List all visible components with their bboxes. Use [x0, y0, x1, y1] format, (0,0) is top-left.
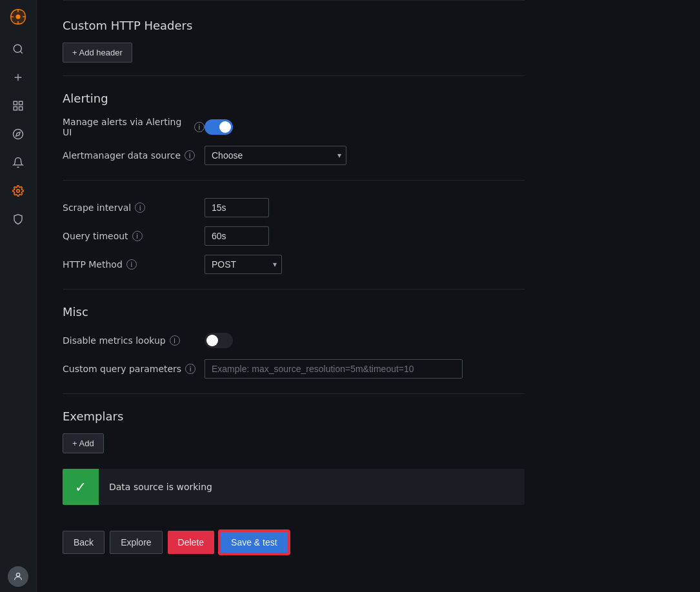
disable-metrics-info-icon[interactable]: i: [170, 335, 180, 346]
sidebar-item-search[interactable]: [5, 36, 31, 62]
svg-line-7: [20, 51, 22, 53]
disable-metrics-toggle[interactable]: [205, 333, 233, 348]
svg-point-14: [14, 130, 23, 139]
http-method-label: HTTP Method i: [63, 259, 205, 270]
status-banner: ✓ Data source is working: [63, 469, 525, 505]
svg-rect-11: [19, 101, 23, 104]
sidebar-item-settings[interactable]: [5, 178, 31, 204]
alertmanager-select-wrapper: Choose: [205, 146, 346, 165]
query-timeout-row: Query timeout i: [63, 224, 525, 248]
back-button[interactable]: Back: [63, 531, 105, 554]
sidebar-item-alerting[interactable]: [5, 150, 31, 175]
scrape-interval-input[interactable]: [205, 198, 269, 217]
disable-metrics-label: Disable metrics lookup i: [63, 335, 205, 346]
svg-point-16: [17, 190, 20, 193]
custom-http-headers-section: Custom HTTP Headers + Add header: [63, 0, 525, 63]
divider-4: [63, 393, 525, 394]
svg-point-17: [16, 573, 19, 577]
http-method-info-icon[interactable]: i: [126, 259, 137, 270]
http-method-select[interactable]: GET POST: [205, 255, 282, 274]
custom-query-info-icon[interactable]: i: [185, 364, 195, 374]
exemplars-title: Exemplars: [63, 409, 525, 423]
sidebar-item-shield[interactable]: [5, 206, 31, 232]
manage-alerts-row: Manage alerts via Alerting UI i: [63, 115, 525, 139]
bottom-actions: Back Explore Delete Save & test: [63, 526, 525, 554]
custom-query-label: Custom query parameters i: [63, 364, 205, 374]
svg-rect-10: [14, 101, 17, 104]
main-content: Custom HTTP Headers + Add header Alertin…: [37, 0, 700, 592]
checkmark-icon: ✓: [75, 479, 86, 495]
grafana-logo: [6, 5, 30, 28]
query-timeout-input-area: [205, 226, 525, 246]
query-timeout-input[interactable]: [205, 226, 269, 246]
http-method-select-wrapper: GET POST: [205, 255, 282, 274]
svg-rect-13: [19, 107, 23, 110]
svg-point-1: [16, 15, 21, 19]
alertmanager-select-area: Choose: [205, 146, 525, 165]
scrape-interval-row: Scrape interval i: [63, 196, 525, 219]
explore-button[interactable]: Explore: [110, 531, 162, 554]
sidebar: [0, 0, 37, 592]
scrape-interval-info-icon[interactable]: i: [135, 202, 145, 213]
scrape-interval-label: Scrape interval i: [63, 202, 205, 213]
sidebar-item-dashboards[interactable]: [5, 93, 31, 119]
custom-query-input-area: [205, 359, 525, 379]
query-timeout-label: Query timeout i: [63, 231, 205, 241]
manage-alerts-toggle-area: [205, 119, 525, 135]
http-method-row: HTTP Method i GET POST: [63, 253, 525, 276]
divider-2: [63, 180, 525, 181]
alerting-title: Alerting: [63, 92, 525, 105]
svg-marker-15: [16, 132, 20, 136]
exemplars-section: Exemplars + Add: [63, 409, 525, 453]
disable-metrics-toggle-area: [205, 333, 525, 348]
query-timeout-info-icon[interactable]: i: [132, 231, 143, 241]
alertmanager-row: Alertmanager data source i Choose: [63, 144, 525, 167]
misc-title: Misc: [63, 305, 525, 319]
delete-button[interactable]: Delete: [168, 531, 214, 554]
alerting-section: Alerting Manage alerts via Alerting UI i: [63, 92, 525, 167]
http-method-select-area: GET POST: [205, 255, 525, 274]
add-exemplar-button[interactable]: + Add: [63, 433, 104, 453]
alertmanager-label: Alertmanager data source i: [63, 150, 205, 161]
manage-alerts-label: Manage alerts via Alerting UI i: [63, 117, 205, 137]
sidebar-item-new[interactable]: [5, 64, 31, 90]
manage-alerts-toggle[interactable]: [205, 119, 233, 135]
manage-alerts-info-icon[interactable]: i: [194, 122, 205, 132]
divider-3: [63, 289, 525, 290]
svg-point-6: [14, 44, 21, 52]
status-icon-box: ✓: [63, 469, 99, 505]
disable-metrics-row: Disable metrics lookup i: [63, 329, 525, 352]
scrape-interval-input-area: [205, 198, 525, 217]
status-message: Data source is working: [109, 482, 212, 492]
misc-settings-section: Scrape interval i Query timeout i: [63, 196, 525, 276]
alertmanager-select[interactable]: Choose: [205, 146, 346, 165]
status-text-box: Data source is working: [99, 469, 525, 505]
custom-http-headers-title: Custom HTTP Headers: [63, 19, 525, 32]
custom-query-row: Custom query parameters i: [63, 357, 525, 380]
custom-query-input[interactable]: [205, 359, 463, 379]
svg-rect-12: [14, 107, 17, 110]
divider-1: [63, 75, 525, 76]
misc-section: Misc Disable metrics lookup i: [63, 305, 525, 380]
sidebar-item-explore[interactable]: [5, 121, 31, 147]
save-test-button[interactable]: Save & test: [219, 531, 289, 554]
alertmanager-info-icon[interactable]: i: [185, 150, 195, 161]
add-header-button[interactable]: + Add header: [63, 43, 132, 63]
avatar[interactable]: [8, 566, 28, 587]
